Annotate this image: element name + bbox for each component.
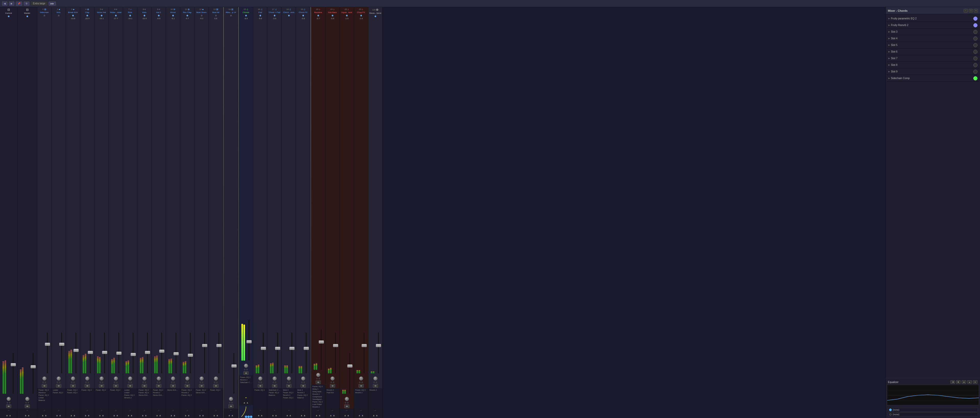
channel-down-arrow-11[interactable]: ▲	[188, 414, 190, 417]
toolbar-settings-btn[interactable]: ⚙	[24, 2, 29, 6]
channel-fx-item-19-0[interactable]: Mute 2	[297, 389, 310, 391]
channel-up-arrow-16[interactable]: ▲	[258, 414, 260, 417]
channel-fader-6[interactable]	[109, 21, 122, 376]
channel-down-arrow-15[interactable]: ▲	[246, 401, 249, 404]
channel-pan-knob-19[interactable]	[301, 377, 305, 380]
channel-fx-item-21-0[interactable]: Reverb 2	[326, 389, 339, 391]
channel-led-3[interactable]	[72, 14, 74, 17]
channel-send-arrow-21[interactable]: ⌃	[331, 409, 334, 413]
channel-fader-thumb-2[interactable]	[59, 343, 64, 346]
plugin-slot-1[interactable]: ▶Fruity parametric EQ 2	[887, 15, 979, 22]
channel-led-10[interactable]	[172, 14, 174, 17]
channel-led-23[interactable]	[360, 14, 362, 17]
channel-send-arrow-10[interactable]: ⌃	[172, 409, 175, 413]
channel-fx-item-17-1[interactable]: Param. EQ 2	[268, 391, 281, 394]
channel-fx-item-20-3[interactable]: Reverb 2	[312, 393, 325, 395]
channel-fx-item-15-2[interactable]: Sidechain Comp	[239, 381, 252, 383]
channel-name-125[interactable]: Rever...Send	[369, 12, 382, 14]
channel-fader-15[interactable]	[239, 21, 252, 363]
eq-next-btn[interactable]: ▶	[956, 380, 961, 384]
channel-fader-18[interactable]	[282, 17, 295, 376]
channel-fx-item-11-2[interactable]: Param. EQ 2	[181, 394, 194, 396]
channel-fx-item-7-1[interactable]: Limiter	[124, 391, 137, 394]
channel-send-arrow-18[interactable]: ⌃	[287, 409, 290, 413]
channel-mute-light-23[interactable]	[359, 381, 361, 383]
channel-solo-light-4[interactable]	[88, 381, 89, 383]
channel-fx-item-11-1[interactable]: Reverb 2	[181, 391, 194, 394]
channel-fader-11[interactable]	[181, 21, 194, 376]
channel-fader-thumb-13[interactable]	[216, 344, 221, 347]
channel-fader-thumb-15[interactable]	[247, 340, 251, 343]
channel-mute-light-9[interactable]	[157, 381, 158, 383]
channel-mute-light-16[interactable]	[258, 381, 260, 383]
channel-fx-item-125-0[interactable]: Reverb 2	[369, 389, 382, 391]
channel-pan-knob-10[interactable]	[171, 377, 175, 380]
channel-route-left-22[interactable]: ◀▶	[344, 404, 349, 408]
channel-down-arrow-6[interactable]: ▲	[116, 414, 119, 417]
channel-name-20[interactable]: Bassline	[313, 11, 322, 14]
plugin-slot-6[interactable]: ▶Slot 6	[887, 48, 979, 55]
channel-solo-light-current[interactable]	[9, 402, 11, 404]
plugin-slot-2[interactable]: ▶Fruity Reevrb 2	[887, 22, 979, 29]
channel-fx-item-12-0[interactable]: Param. EQ 2	[195, 389, 208, 391]
channel-send-arrow-5[interactable]: ⌃	[100, 409, 103, 413]
channel-fx-item-15-0[interactable]: Param. EQ 2	[239, 376, 252, 378]
channel-fader-thumb-3[interactable]	[73, 349, 79, 352]
channel-route-left-9[interactable]: ◀▶	[156, 384, 161, 388]
channel-fx-item-20-6[interactable]: Param. EQ 2	[312, 401, 325, 403]
channel-fader-thumb-4[interactable]	[88, 351, 93, 354]
channel-down-arrow-22[interactable]: ▲	[347, 414, 350, 417]
plugin-slot-10[interactable]: ▶Sidechain Comp	[887, 75, 979, 82]
channel-fx-item-23-1[interactable]: Reverb 2	[355, 391, 368, 394]
channel-fx-item-23-0[interactable]: Param. EQ 2	[355, 389, 368, 391]
channel-fader-5[interactable]	[95, 21, 108, 376]
channel-fader-thumb-18[interactable]	[290, 347, 294, 350]
channel-down-arrow-7[interactable]: ▲	[130, 414, 133, 417]
plugin-slot-4[interactable]: ▶Slot 4	[887, 35, 979, 42]
channel-name-4[interactable]: Clap	[84, 11, 89, 14]
channel-fader-22[interactable]	[340, 21, 353, 396]
channel-fx-item-20-2[interactable]: Delay bank	[312, 390, 325, 393]
channel-route-left-19[interactable]: ◀▶	[301, 384, 306, 388]
channel-mute-light-17[interactable]	[272, 381, 274, 383]
channel-fader-thumb-1[interactable]	[45, 343, 50, 346]
plugin-enable-5[interactable]	[974, 43, 977, 47]
channel-route-left-master[interactable]: ◀▶	[25, 404, 30, 408]
channel-route-left-3[interactable]: ◀▶	[70, 384, 76, 388]
channel-fader-12[interactable]	[195, 21, 208, 376]
channel-pan-knob-21[interactable]	[331, 377, 334, 380]
channel-fx-item-1-0[interactable]: Param. EQ 2	[38, 389, 51, 391]
channel-mute-light-7[interactable]	[128, 381, 130, 383]
channel-solo-light-15[interactable]	[246, 369, 248, 370]
channel-fx-item-19-3[interactable]: Balance	[297, 396, 310, 399]
channel-up-arrow-17[interactable]: ▲	[272, 414, 274, 417]
channel-led-15[interactable]	[245, 14, 247, 17]
channel-mute-light-12[interactable]	[200, 381, 201, 383]
channel-up-arrow-1[interactable]: ▲	[41, 414, 44, 417]
channel-up-arrow-11[interactable]: ▲	[185, 414, 187, 417]
channel-fader-10[interactable]	[166, 21, 180, 376]
send-dropdown-2[interactable]: (none)	[888, 412, 978, 416]
panel-maximize-btn[interactable]: □	[969, 9, 973, 13]
channel-route-left-11[interactable]: ◀▶	[185, 384, 190, 388]
eq-stop-btn[interactable]: ■	[962, 380, 966, 384]
channel-pan-knob-3[interactable]	[71, 377, 75, 380]
channel-fx-item-18-1[interactable]: Param. EQ 2	[282, 391, 295, 394]
channel-down-arrow-9[interactable]: ▲	[159, 414, 162, 417]
channel-fx-item-1-3[interactable]: Limiter	[38, 396, 51, 399]
channel-led-16[interactable]	[259, 14, 261, 17]
channel-send-arrow-11[interactable]: ⌃	[186, 409, 189, 413]
channel-solo-light-2[interactable]	[59, 381, 60, 383]
channel-solo-light-6[interactable]	[116, 381, 118, 383]
channel-route-left-14[interactable]: ◀▶	[228, 404, 234, 408]
channel-name-13[interactable]: Beat All	[212, 11, 220, 14]
channel-pan-knob-16[interactable]	[258, 377, 262, 380]
channel-solo-light-22[interactable]	[347, 402, 348, 404]
channel-led-9[interactable]	[158, 14, 160, 17]
channel-fx-item-5-0[interactable]: Param. EQ 2	[95, 389, 108, 391]
channel-solo-light-12[interactable]	[202, 381, 204, 383]
channel-fx-item-9-1[interactable]: Reverb 2	[152, 391, 165, 394]
channel-fader-14[interactable]	[224, 17, 237, 396]
channel-fader-thumb-12[interactable]	[202, 344, 207, 347]
channel-fx-item-8-1[interactable]: Param. EQ 2	[138, 391, 151, 394]
